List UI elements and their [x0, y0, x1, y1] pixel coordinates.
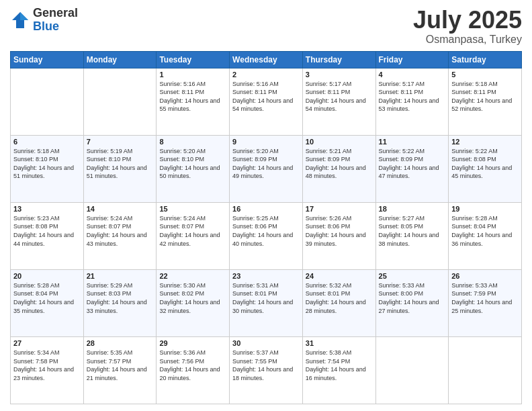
- logo: General Blue: [10, 7, 78, 34]
- cell-date: 22: [159, 272, 226, 280]
- cell-sunrise: Sunrise: 5:19 AM: [87, 148, 133, 154]
- cell-sunrise: Sunrise: 5:18 AM: [13, 148, 60, 154]
- calendar-cell-w1d4: 10 Sunrise: 5:21 AM Sunset: 8:09 PM Dayl…: [302, 135, 375, 202]
- cell-date: 19: [451, 205, 519, 213]
- cell-sunset: Sunset: 8:05 PM: [379, 223, 424, 230]
- cell-sunset: Sunset: 8:10 PM: [87, 156, 132, 163]
- cell-date: 23: [232, 272, 300, 280]
- cell-daylight: Daylight: 14 hours and 43 minutes.: [87, 232, 147, 247]
- cell-sunrise: Sunrise: 5:17 AM: [379, 81, 425, 87]
- cell-sunrise: Sunrise: 5:36 AM: [159, 349, 206, 356]
- cell-sunset: Sunset: 8:02 PM: [159, 290, 204, 297]
- logo-blue-text: Blue: [33, 20, 78, 34]
- cell-sunset: Sunset: 7:58 PM: [13, 358, 58, 365]
- cell-sunrise: Sunrise: 5:27 AM: [379, 215, 425, 222]
- cell-sunset: Sunset: 8:07 PM: [87, 223, 132, 230]
- cell-sunrise: Sunrise: 5:20 AM: [159, 148, 206, 154]
- calendar-cell-w2d3: 16 Sunrise: 5:25 AM Sunset: 8:06 PM Dayl…: [230, 202, 303, 269]
- cell-sunrise: Sunrise: 5:26 AM: [306, 215, 352, 222]
- calendar-cell-w3d5: 25 Sunrise: 5:33 AM Sunset: 8:00 PM Dayl…: [375, 269, 449, 336]
- cell-sunrise: Sunrise: 5:20 AM: [232, 148, 279, 154]
- cell-sunset: Sunset: 8:11 PM: [306, 89, 351, 95]
- cell-date: 21: [87, 272, 154, 280]
- cell-sunrise: Sunrise: 5:30 AM: [159, 282, 206, 289]
- cell-sunrise: Sunrise: 5:32 AM: [306, 282, 352, 289]
- cell-sunset: Sunset: 7:56 PM: [159, 358, 204, 365]
- cell-daylight: Daylight: 14 hours and 52 minutes.: [451, 97, 512, 113]
- title-location: Osmanpasa, Turkey: [413, 34, 522, 46]
- cell-daylight: Daylight: 14 hours and 48 minutes.: [306, 165, 366, 180]
- header-wednesday: Wednesday: [230, 51, 303, 68]
- week-row-4: 27 Sunrise: 5:34 AM Sunset: 7:58 PM Dayl…: [11, 336, 522, 404]
- logo-text: General Blue: [33, 7, 78, 34]
- header-thursday: Thursday: [302, 51, 375, 68]
- calendar-cell-w2d6: 19 Sunrise: 5:28 AM Sunset: 8:04 PM Dayl…: [449, 202, 522, 269]
- cell-date: 13: [13, 205, 81, 213]
- cell-date: 12: [451, 138, 519, 146]
- calendar-cell-w0d5: 4 Sunrise: 5:17 AM Sunset: 8:11 PM Dayli…: [375, 68, 449, 135]
- cell-daylight: Daylight: 14 hours and 25 minutes.: [451, 299, 512, 314]
- cell-daylight: Daylight: 14 hours and 35 minutes.: [13, 299, 74, 314]
- cell-sunrise: Sunrise: 5:18 AM: [451, 81, 498, 87]
- header-friday: Friday: [375, 51, 449, 68]
- cell-sunrise: Sunrise: 5:33 AM: [451, 282, 498, 289]
- calendar-cell-w2d2: 15 Sunrise: 5:24 AM Sunset: 8:07 PM Dayl…: [157, 202, 230, 269]
- cell-date: 29: [159, 339, 226, 347]
- cell-date: 25: [379, 272, 446, 280]
- week-row-1: 6 Sunrise: 5:18 AM Sunset: 8:10 PM Dayli…: [11, 135, 522, 202]
- cell-daylight: Daylight: 14 hours and 27 minutes.: [379, 299, 439, 314]
- cell-sunset: Sunset: 8:04 PM: [451, 223, 496, 230]
- header: General Blue July 2025 Osmanpasa, Turkey: [10, 7, 522, 46]
- cell-sunrise: Sunrise: 5:33 AM: [379, 282, 425, 289]
- cell-daylight: Daylight: 14 hours and 20 minutes.: [159, 366, 220, 381]
- header-monday: Monday: [83, 51, 157, 68]
- calendar-cell-w4d2: 29 Sunrise: 5:36 AM Sunset: 7:56 PM Dayl…: [157, 336, 230, 404]
- cell-daylight: Daylight: 14 hours and 23 minutes.: [13, 366, 74, 381]
- cell-daylight: Daylight: 14 hours and 16 minutes.: [306, 366, 366, 381]
- cell-date: 1: [159, 71, 226, 79]
- calendar-cell-w3d2: 22 Sunrise: 5:30 AM Sunset: 8:02 PM Dayl…: [157, 269, 230, 336]
- cell-daylight: Daylight: 14 hours and 44 minutes.: [13, 232, 74, 247]
- cell-sunrise: Sunrise: 5:16 AM: [232, 81, 279, 87]
- cell-date: 6: [13, 138, 81, 146]
- cell-date: 31: [306, 339, 373, 347]
- calendar-cell-w4d5: [375, 336, 449, 404]
- cell-daylight: Daylight: 14 hours and 36 minutes.: [451, 232, 512, 247]
- cell-date: 10: [306, 138, 373, 146]
- cell-date: 16: [232, 205, 300, 213]
- cell-date: 7: [87, 138, 154, 146]
- cell-sunset: Sunset: 8:07 PM: [159, 223, 204, 230]
- cell-sunset: Sunset: 8:06 PM: [306, 223, 351, 230]
- calendar-cell-w2d4: 17 Sunrise: 5:26 AM Sunset: 8:06 PM Dayl…: [302, 202, 375, 269]
- calendar-cell-w3d6: 26 Sunrise: 5:33 AM Sunset: 7:59 PM Dayl…: [449, 269, 522, 336]
- header-tuesday: Tuesday: [157, 51, 230, 68]
- cell-daylight: Daylight: 14 hours and 51 minutes.: [87, 165, 147, 180]
- calendar-cell-w0d1: [83, 68, 157, 135]
- cell-date: 4: [379, 71, 446, 79]
- cell-daylight: Daylight: 14 hours and 45 minutes.: [451, 165, 512, 180]
- calendar-header-row: Sunday Monday Tuesday Wednesday Thursday…: [11, 51, 522, 68]
- cell-date: 17: [306, 205, 373, 213]
- cell-date: 3: [306, 71, 373, 79]
- calendar-cell-w4d4: 31 Sunrise: 5:38 AM Sunset: 7:54 PM Dayl…: [302, 336, 375, 404]
- cell-daylight: Daylight: 14 hours and 32 minutes.: [159, 299, 220, 314]
- cell-sunrise: Sunrise: 5:34 AM: [13, 349, 60, 356]
- cell-daylight: Daylight: 14 hours and 53 minutes.: [379, 97, 439, 113]
- cell-date: 24: [306, 272, 373, 280]
- cell-daylight: Daylight: 14 hours and 55 minutes.: [159, 97, 220, 113]
- cell-daylight: Daylight: 14 hours and 51 minutes.: [13, 165, 74, 180]
- cell-daylight: Daylight: 14 hours and 21 minutes.: [87, 366, 147, 381]
- cell-daylight: Daylight: 14 hours and 47 minutes.: [379, 165, 439, 180]
- cell-date: 5: [451, 71, 519, 79]
- calendar-table: Sunday Monday Tuesday Wednesday Thursday…: [10, 51, 522, 404]
- calendar-cell-w0d3: 2 Sunrise: 5:16 AM Sunset: 8:11 PM Dayli…: [230, 68, 303, 135]
- calendar-cell-w1d3: 9 Sunrise: 5:20 AM Sunset: 8:09 PM Dayli…: [230, 135, 303, 202]
- cell-sunset: Sunset: 7:54 PM: [306, 358, 351, 365]
- cell-sunset: Sunset: 8:08 PM: [451, 156, 496, 163]
- calendar-cell-w4d6: [449, 336, 522, 404]
- cell-daylight: Daylight: 14 hours and 18 minutes.: [232, 366, 293, 381]
- cell-daylight: Daylight: 14 hours and 28 minutes.: [306, 299, 366, 314]
- logo-icon: [10, 10, 30, 30]
- cell-sunrise: Sunrise: 5:16 AM: [159, 81, 206, 87]
- cell-sunrise: Sunrise: 5:31 AM: [232, 282, 279, 289]
